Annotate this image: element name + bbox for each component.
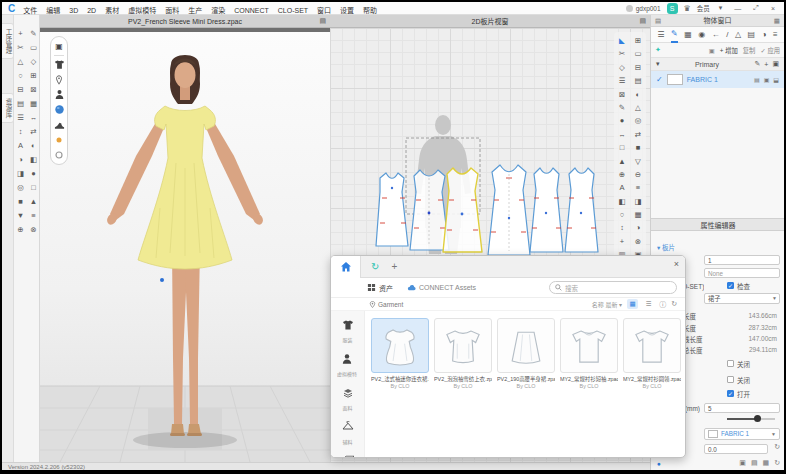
fabric-select[interactable]: FABRIC 1 ▼	[704, 428, 780, 440]
palette-tool-icon-23[interactable]: □	[27, 181, 40, 195]
palette-tool-icon-14[interactable]: ↕	[14, 125, 27, 139]
tool-2d-icon-19[interactable]: ▽	[630, 155, 646, 168]
bookmark-icon[interactable]: ▣	[52, 40, 66, 53]
menu-item-CLO-SET[interactable]: CLO-SET	[278, 7, 308, 14]
colorway-sphere-icon[interactable]	[52, 103, 66, 116]
tool-2d-icon-27[interactable]: ▦	[630, 208, 646, 221]
tool-2d-icon-29[interactable]: ◑	[630, 221, 646, 234]
user-account[interactable]: gdxp001	[626, 5, 661, 12]
pattern-piece-1[interactable]	[376, 173, 408, 246]
palette-tool-icon-0[interactable]: +	[14, 27, 27, 41]
accessory-icon[interactable]	[52, 133, 66, 146]
shrink-reset-icon[interactable]: ↻	[774, 443, 780, 451]
object-toolbar-icon-8[interactable]: ◑	[762, 28, 767, 42]
tool-2d-icon-28[interactable]: ↕	[614, 221, 630, 234]
pin-icon[interactable]	[52, 73, 66, 86]
palette-tool-icon-2[interactable]: ✂	[14, 41, 27, 55]
grid-view-toggle[interactable]: ▦	[627, 299, 638, 309]
tool-2d-icon-4[interactable]: ◇	[614, 61, 630, 74]
tool-2d-icon-22[interactable]: A	[614, 181, 630, 194]
minimize-button[interactable]: —	[731, 5, 744, 12]
property-bottom-icon-3[interactable]: ↻	[774, 459, 780, 467]
cloud-app-icon[interactable]: S	[667, 3, 678, 14]
palette-tool-icon-18[interactable]: ◑	[14, 153, 27, 167]
menu-item-帮助[interactable]: 帮助	[363, 7, 377, 14]
pin-point[interactable]	[160, 278, 164, 282]
library-category-虚拟模特[interactable]: 虚拟模特	[336, 351, 358, 378]
property-bottom-icon-0[interactable]: ▣	[739, 459, 746, 467]
shoe-icon[interactable]	[52, 118, 66, 131]
tool-2d-icon-21[interactable]: ⊖	[630, 168, 646, 181]
maximize-button[interactable]: ⤢	[750, 4, 762, 12]
garment-card-2[interactable]: PV2_190高腰半身裙.zpacBy CLO	[497, 318, 555, 389]
library-category-面料[interactable]: 面料	[342, 385, 354, 412]
property-bottom-icon-2[interactable]: ▦	[763, 459, 770, 467]
palette-tool-icon-15[interactable]: ⇄	[27, 125, 40, 139]
viewport-2d-menu-icon[interactable]: ▤	[639, 17, 646, 25]
pattern-pieces[interactable]	[376, 165, 598, 255]
object-toolbar-icon-1[interactable]: ✎	[671, 27, 678, 43]
menu-item-设置[interactable]: 设置	[340, 7, 354, 14]
garment-icon[interactable]	[52, 58, 66, 71]
garment-card-1[interactable]: PV2_泡泡袖雪纺上衣.zpacBy CLO	[434, 318, 492, 389]
palette-tool-icon-13[interactable]: ↔	[27, 111, 40, 125]
object-toolbar-icon-6[interactable]: △	[735, 28, 741, 42]
tool-2d-icon-13[interactable]: ◎	[630, 114, 646, 127]
pattern-piece-3-selected[interactable]	[443, 168, 482, 252]
library-close-button[interactable]: ×	[674, 259, 679, 269]
palette-tool-icon-4[interactable]: △	[14, 55, 27, 69]
object-toolbar-icon-9[interactable]: ≡	[773, 28, 778, 42]
pattern-piece-2[interactable]	[410, 170, 449, 250]
tool-2d-icon-7[interactable]: ▤	[630, 74, 646, 87]
palette-tool-icon-1[interactable]: ✎	[27, 27, 40, 41]
palette-tool-icon-28[interactable]: ⊕	[14, 223, 27, 237]
info-icon[interactable]: ⓘ	[659, 299, 666, 309]
group-add-icon[interactable]: +	[764, 61, 768, 68]
library-category-场景[interactable]: 场景	[342, 453, 354, 458]
viewport-3d[interactable]: PV2_French Sleeve Mini Dress.zpac ▤	[40, 15, 330, 462]
grid-small-icon[interactable]: ▣	[709, 47, 715, 54]
left-vtab-1[interactable]: 资源库	[2, 93, 14, 123]
menu-item-面料[interactable]: 面料	[165, 7, 179, 14]
fabric-swatch[interactable]	[667, 74, 683, 85]
garment-card-0[interactable]: PV2_法式袖迷你连衣裙.zpacBy CLO	[371, 318, 429, 389]
copy-fabric-button[interactable]: 复制	[743, 46, 756, 55]
toggle1-checkbox[interactable]	[727, 360, 734, 367]
palette-tool-icon-25[interactable]: ▲	[27, 195, 40, 209]
product-no-input[interactable]: None	[704, 268, 780, 278]
search-input[interactable]: 搜索	[549, 281, 677, 294]
list-view-toggle[interactable]: ☰	[643, 299, 654, 309]
tool-2d-icon-6[interactable]: ☰	[614, 74, 630, 87]
menu-item-生产[interactable]: 生产	[188, 7, 202, 14]
tool-2d-icon-15[interactable]: ⇄	[630, 128, 646, 141]
tool-2d-icon-8[interactable]: ⊠	[614, 88, 630, 101]
name-input[interactable]: 1	[704, 255, 780, 265]
environment-icon[interactable]	[52, 148, 66, 161]
tool-2d-icon-2[interactable]: ✂	[614, 47, 630, 60]
apply-fabric-button[interactable]: ✓ 应用	[760, 46, 780, 55]
avatar-3d[interactable]	[105, 55, 265, 436]
tool-2d-icon-0[interactable]: ◣	[614, 34, 630, 47]
sort-control[interactable]: 名称 最新 ▾	[592, 300, 622, 309]
canvas-3d[interactable]: ▣	[40, 28, 330, 462]
object-toolbar-icon-4[interactable]: ←	[712, 28, 720, 42]
breadcrumb[interactable]: Garment	[369, 301, 403, 308]
menu-item-编辑[interactable]: 编辑	[46, 7, 60, 14]
pattern-piece-5[interactable]	[530, 168, 563, 252]
topstitch-input[interactable]: 5	[704, 403, 780, 413]
library-sync-icon[interactable]: ↻	[371, 261, 379, 272]
menu-item-3D[interactable]: 3D	[69, 7, 78, 14]
tab-assets[interactable]: 资产	[367, 283, 393, 293]
tool-2d-icon-31[interactable]: ⊗	[630, 235, 646, 248]
object-toolbar-icon-0[interactable]: ☰	[657, 28, 664, 42]
tool-2d-icon-20[interactable]: ⊕	[614, 168, 630, 181]
object-panel-right-icon[interactable]: ▦	[774, 15, 780, 27]
fabric-icon-2[interactable]: ⬓	[773, 76, 779, 83]
palette-tool-icon-21[interactable]: ●	[27, 167, 40, 181]
tool-2d-icon-25[interactable]: ◨	[630, 195, 646, 208]
pattern-piece-6[interactable]	[565, 168, 598, 252]
palette-tool-icon-17[interactable]: ◐	[27, 139, 40, 153]
tool-2d-icon-24[interactable]: ◧	[614, 195, 630, 208]
object-toolbar-icon-7[interactable]: ▤	[748, 28, 756, 42]
tab-connect-assets[interactable]: CONNECT Assets	[407, 283, 476, 292]
